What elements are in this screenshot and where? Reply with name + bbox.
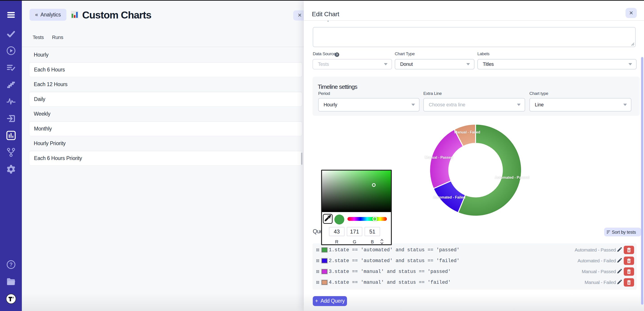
svg-text:Manual - Passed: Manual - Passed	[425, 156, 453, 159]
svg-text:Automated - Failed: Automated - Failed	[433, 195, 466, 199]
svg-text:?: ?	[336, 53, 338, 57]
svg-text:Automated - Passed: Automated - Passed	[495, 176, 530, 179]
svg-text:Manual - Failed: Manual - Failed	[454, 130, 480, 134]
